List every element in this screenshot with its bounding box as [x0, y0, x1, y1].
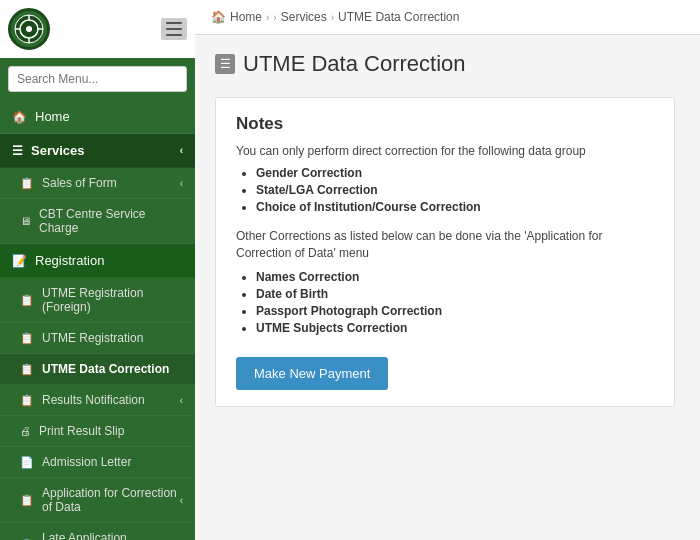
correction-institution: Choice of Institution/Course Correction: [256, 200, 654, 214]
notes-card: Notes You can only perform direct correc…: [215, 97, 675, 407]
separator-2: ›: [273, 12, 276, 23]
correction-gender: Gender Correction: [256, 166, 654, 180]
sidebar-utme-foreign-label: UTME Registration (Foreign): [42, 286, 183, 314]
correction-passport: Passport Photograph Correction: [256, 304, 654, 318]
sidebar-item-home-label: Home: [35, 109, 70, 124]
sidebar-item-sales-of-form[interactable]: 📋 Sales of Form ‹: [0, 168, 195, 199]
registration-icon: 📝: [12, 254, 27, 268]
sidebar-item-results[interactable]: 📋 Results Notification ‹: [0, 385, 195, 416]
sidebar-print-label: Print Result Slip: [39, 424, 124, 438]
breadcrumb-home-icon: 🏠: [211, 10, 226, 24]
utme-foreign-icon: 📋: [20, 294, 34, 307]
print-icon: 🖨: [20, 425, 31, 437]
separator-1: ›: [266, 12, 269, 23]
breadcrumb: 🏠 Home › › Services › UTME Data Correcti…: [195, 0, 700, 35]
sidebar-item-utme-data-correction[interactable]: 📋 UTME Data Correction: [0, 354, 195, 385]
content-area: ☰ UTME Data Correction Notes You can onl…: [195, 35, 700, 540]
make-payment-button[interactable]: Make New Payment: [236, 357, 388, 390]
svg-point-2: [26, 26, 32, 32]
sidebar-app-correction-label: Application for Correction of Data: [42, 486, 180, 514]
sidebar-item-sales-label: Sales of Form: [42, 176, 117, 190]
sidebar-utme-reg-label: UTME Registration: [42, 331, 143, 345]
hamburger-icon[interactable]: [161, 18, 187, 40]
sidebar-item-app-correction[interactable]: 📋 Application for Correction of Data ‹: [0, 478, 195, 523]
logo-area: [0, 0, 195, 58]
sidebar-item-registration[interactable]: 📝 Registration: [0, 244, 195, 278]
chevron-results-icon: ‹: [180, 395, 183, 406]
sidebar-item-print-slip[interactable]: 🖨 Print Result Slip: [0, 416, 195, 447]
sales-icon: 📋: [20, 177, 34, 190]
correction-state-lga: State/LGA Correction: [256, 183, 654, 197]
breadcrumb-services-link[interactable]: Services: [281, 10, 327, 24]
logo: [8, 8, 50, 50]
services-icon: ☰: [12, 144, 23, 158]
direct-corrections-list: Gender Correction State/LGA Correction C…: [236, 166, 654, 214]
sidebar-item-cbt-label: CBT Centre Service Charge: [39, 207, 183, 235]
breadcrumb-current: UTME Data Correction: [338, 10, 459, 24]
sidebar-item-admission[interactable]: 📄 Admission Letter: [0, 447, 195, 478]
chevron-app-icon: ‹: [180, 495, 183, 506]
search-input[interactable]: [8, 66, 187, 92]
other-corrections-list: Names Correction Date of Birth Passport …: [236, 270, 654, 335]
correction-dob: Date of Birth: [256, 287, 654, 301]
cbt-icon: 🖥: [20, 215, 31, 227]
sidebar-utme-dc-label: UTME Data Correction: [42, 362, 169, 376]
main-content: 🏠 Home › › Services › UTME Data Correcti…: [195, 0, 700, 540]
correction-names: Names Correction: [256, 270, 654, 284]
sidebar-item-cbt[interactable]: 🖥 CBT Centre Service Charge: [0, 199, 195, 244]
notes-title: Notes: [236, 114, 654, 134]
results-icon: 📋: [20, 394, 34, 407]
admission-icon: 📄: [20, 456, 34, 469]
sidebar-item-late-app[interactable]: 🕐 Late Application (Regularisation) ‹: [0, 523, 195, 540]
notes-subtitle: You can only perform direct correction f…: [236, 144, 654, 158]
sidebar-item-utme-foreign[interactable]: 📋 UTME Registration (Foreign): [0, 278, 195, 323]
sidebar: 🏠 Home ☰ Services ‹ 📋 Sales of Form ‹ 🖥 …: [0, 0, 195, 540]
sidebar-admission-label: Admission Letter: [42, 455, 131, 469]
page-title-icon: ☰: [215, 54, 235, 74]
app-correction-icon: 📋: [20, 494, 34, 507]
breadcrumb-home-link[interactable]: Home: [230, 10, 262, 24]
separator-3: ›: [331, 12, 334, 23]
page-title: ☰ UTME Data Correction: [215, 51, 680, 77]
sidebar-item-home[interactable]: 🏠 Home: [0, 100, 195, 134]
sidebar-item-services[interactable]: ☰ Services ‹: [0, 134, 195, 168]
page-title-text: UTME Data Correction: [243, 51, 466, 77]
sidebar-registration-label: Registration: [35, 253, 104, 268]
search-box: [0, 58, 195, 100]
sidebar-late-app-label: Late Application (Regularisation): [42, 531, 180, 540]
other-corrections-text: Other Corrections as listed below can be…: [236, 228, 654, 262]
correction-subjects: UTME Subjects Correction: [256, 321, 654, 335]
chevron-icon: ‹: [180, 145, 183, 156]
sidebar-item-services-label: Services: [31, 143, 85, 158]
home-icon: 🏠: [12, 110, 27, 124]
utme-dc-icon: 📋: [20, 363, 34, 376]
utme-reg-icon: 📋: [20, 332, 34, 345]
chevron-sales-icon: ‹: [180, 178, 183, 189]
sidebar-item-utme-registration[interactable]: 📋 UTME Registration: [0, 323, 195, 354]
sidebar-results-label: Results Notification: [42, 393, 145, 407]
